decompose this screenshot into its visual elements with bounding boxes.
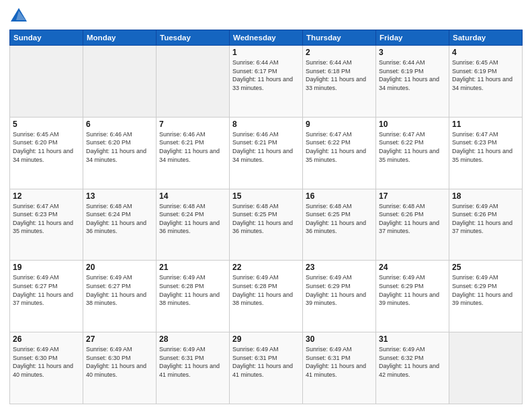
logo [9, 7, 31, 26]
weekday-tuesday: Tuesday [157, 30, 230, 46]
calendar-cell [83, 46, 157, 118]
day-info: Sunrise: 6:48 AMSunset: 6:25 PMDaylight:… [232, 202, 300, 236]
day-info: Sunrise: 6:49 AMSunset: 6:32 PMDaylight:… [379, 345, 446, 379]
day-info: Sunrise: 6:49 AMSunset: 6:31 PMDaylight:… [306, 345, 373, 379]
day-info: Sunrise: 6:49 AMSunset: 6:29 PMDaylight:… [379, 273, 446, 307]
day-info: Sunrise: 6:45 AMSunset: 6:20 PMDaylight:… [13, 130, 80, 164]
day-info: Sunrise: 6:49 AMSunset: 6:31 PMDaylight:… [232, 345, 300, 379]
day-number: 26 [13, 334, 80, 344]
day-number: 21 [159, 263, 226, 272]
header [9, 7, 523, 26]
logo-icon [9, 7, 28, 26]
calendar-cell: 10Sunrise: 6:47 AMSunset: 6:22 PMDayligh… [376, 117, 449, 189]
calendar-body: 1Sunrise: 6:44 AMSunset: 6:17 PMDaylight… [10, 46, 523, 404]
day-number: 13 [86, 191, 153, 201]
calendar: SundayMondayTuesdayWednesdayThursdayFrid… [9, 30, 523, 404]
day-number: 18 [452, 191, 519, 201]
calendar-cell: 22Sunrise: 6:49 AMSunset: 6:28 PMDayligh… [230, 261, 303, 332]
calendar-cell: 7Sunrise: 6:46 AMSunset: 6:21 PMDaylight… [157, 117, 230, 189]
calendar-cell: 30Sunrise: 6:49 AMSunset: 6:31 PMDayligh… [303, 332, 376, 404]
day-number: 12 [13, 191, 80, 201]
calendar-cell: 11Sunrise: 6:47 AMSunset: 6:23 PMDayligh… [449, 117, 523, 189]
weekday-friday: Friday [376, 30, 449, 46]
week-row-5: 26Sunrise: 6:49 AMSunset: 6:30 PMDayligh… [10, 332, 523, 404]
day-number: 6 [86, 120, 153, 129]
calendar-cell: 17Sunrise: 6:48 AMSunset: 6:26 PMDayligh… [376, 189, 449, 261]
calendar-cell: 1Sunrise: 6:44 AMSunset: 6:17 PMDaylight… [230, 46, 303, 118]
week-row-3: 12Sunrise: 6:47 AMSunset: 6:23 PMDayligh… [10, 189, 523, 261]
day-info: Sunrise: 6:49 AMSunset: 6:29 PMDaylight:… [306, 273, 373, 307]
calendar-cell: 2Sunrise: 6:44 AMSunset: 6:18 PMDaylight… [303, 46, 376, 118]
day-number: 5 [13, 120, 80, 129]
day-number: 30 [306, 334, 373, 344]
calendar-cell: 26Sunrise: 6:49 AMSunset: 6:30 PMDayligh… [10, 332, 83, 404]
week-row-4: 19Sunrise: 6:49 AMSunset: 6:27 PMDayligh… [10, 261, 523, 332]
day-info: Sunrise: 6:49 AMSunset: 6:28 PMDaylight:… [232, 273, 300, 307]
weekday-saturday: Saturday [449, 30, 523, 46]
week-row-2: 5Sunrise: 6:45 AMSunset: 6:20 PMDaylight… [10, 117, 523, 189]
calendar-cell [10, 46, 83, 118]
day-number: 9 [306, 120, 373, 129]
calendar-cell: 28Sunrise: 6:49 AMSunset: 6:31 PMDayligh… [157, 332, 230, 404]
page: SundayMondayTuesdayWednesdayThursdayFrid… [0, 0, 532, 411]
calendar-cell: 29Sunrise: 6:49 AMSunset: 6:31 PMDayligh… [230, 332, 303, 404]
day-number: 31 [379, 334, 446, 344]
week-row-1: 1Sunrise: 6:44 AMSunset: 6:17 PMDaylight… [10, 46, 523, 118]
calendar-cell [449, 332, 523, 404]
day-number: 24 [379, 263, 446, 272]
calendar-cell: 3Sunrise: 6:44 AMSunset: 6:19 PMDaylight… [376, 46, 449, 118]
calendar-cell: 27Sunrise: 6:49 AMSunset: 6:30 PMDayligh… [83, 332, 157, 404]
day-number: 14 [159, 191, 226, 201]
day-info: Sunrise: 6:45 AMSunset: 6:19 PMDaylight:… [452, 58, 519, 92]
day-number: 20 [86, 263, 153, 272]
calendar-cell: 21Sunrise: 6:49 AMSunset: 6:28 PMDayligh… [157, 261, 230, 332]
day-info: Sunrise: 6:49 AMSunset: 6:26 PMDaylight:… [452, 202, 519, 236]
day-number: 16 [306, 191, 373, 201]
day-info: Sunrise: 6:44 AMSunset: 6:19 PMDaylight:… [379, 58, 446, 92]
calendar-cell: 13Sunrise: 6:48 AMSunset: 6:24 PMDayligh… [83, 189, 157, 261]
day-info: Sunrise: 6:47 AMSunset: 6:23 PMDaylight:… [13, 202, 80, 236]
calendar-cell [157, 46, 230, 118]
day-number: 27 [86, 334, 153, 344]
calendar-cell: 9Sunrise: 6:47 AMSunset: 6:22 PMDaylight… [303, 117, 376, 189]
day-number: 7 [159, 120, 226, 129]
day-info: Sunrise: 6:49 AMSunset: 6:27 PMDaylight:… [86, 273, 153, 307]
weekday-sunday: Sunday [10, 30, 83, 46]
day-info: Sunrise: 6:49 AMSunset: 6:27 PMDaylight:… [13, 273, 80, 307]
day-number: 15 [232, 191, 300, 201]
day-info: Sunrise: 6:46 AMSunset: 6:21 PMDaylight:… [232, 130, 300, 164]
day-number: 4 [452, 48, 519, 57]
day-number: 22 [232, 263, 300, 272]
day-number: 23 [306, 263, 373, 272]
day-number: 19 [13, 263, 80, 272]
calendar-cell: 6Sunrise: 6:46 AMSunset: 6:20 PMDaylight… [83, 117, 157, 189]
day-info: Sunrise: 6:47 AMSunset: 6:22 PMDaylight:… [379, 130, 446, 164]
calendar-cell: 16Sunrise: 6:48 AMSunset: 6:25 PMDayligh… [303, 189, 376, 261]
day-number: 11 [452, 120, 519, 129]
day-number: 17 [379, 191, 446, 201]
weekday-thursday: Thursday [303, 30, 376, 46]
weekday-wednesday: Wednesday [230, 30, 303, 46]
calendar-cell: 12Sunrise: 6:47 AMSunset: 6:23 PMDayligh… [10, 189, 83, 261]
day-info: Sunrise: 6:49 AMSunset: 6:31 PMDaylight:… [159, 345, 226, 379]
calendar-cell: 19Sunrise: 6:49 AMSunset: 6:27 PMDayligh… [10, 261, 83, 332]
calendar-cell: 4Sunrise: 6:45 AMSunset: 6:19 PMDaylight… [449, 46, 523, 118]
day-info: Sunrise: 6:44 AMSunset: 6:18 PMDaylight:… [306, 58, 373, 92]
weekday-monday: Monday [83, 30, 157, 46]
calendar-cell: 15Sunrise: 6:48 AMSunset: 6:25 PMDayligh… [230, 189, 303, 261]
day-info: Sunrise: 6:46 AMSunset: 6:21 PMDaylight:… [159, 130, 226, 164]
calendar-cell: 5Sunrise: 6:45 AMSunset: 6:20 PMDaylight… [10, 117, 83, 189]
day-info: Sunrise: 6:48 AMSunset: 6:24 PMDaylight:… [159, 202, 226, 236]
day-info: Sunrise: 6:48 AMSunset: 6:25 PMDaylight:… [306, 202, 373, 236]
calendar-cell: 25Sunrise: 6:49 AMSunset: 6:29 PMDayligh… [449, 261, 523, 332]
day-number: 10 [379, 120, 446, 129]
day-info: Sunrise: 6:44 AMSunset: 6:17 PMDaylight:… [232, 58, 300, 92]
day-info: Sunrise: 6:48 AMSunset: 6:24 PMDaylight:… [86, 202, 153, 236]
weekday-header-row: SundayMondayTuesdayWednesdayThursdayFrid… [10, 30, 523, 46]
calendar-cell: 24Sunrise: 6:49 AMSunset: 6:29 PMDayligh… [376, 261, 449, 332]
day-number: 2 [306, 48, 373, 57]
day-number: 28 [159, 334, 226, 344]
calendar-cell: 14Sunrise: 6:48 AMSunset: 6:24 PMDayligh… [157, 189, 230, 261]
day-info: Sunrise: 6:48 AMSunset: 6:26 PMDaylight:… [379, 202, 446, 236]
day-info: Sunrise: 6:49 AMSunset: 6:30 PMDaylight:… [86, 345, 153, 379]
